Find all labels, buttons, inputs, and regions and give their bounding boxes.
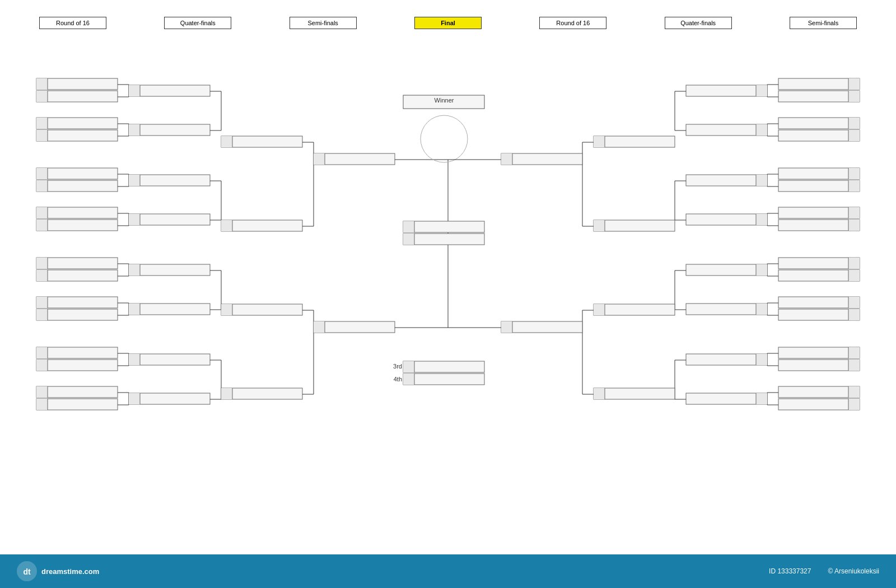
svg-rect-267 [594,388,605,399]
svg-rect-36 [36,347,118,358]
svg-rect-82 [129,214,140,225]
svg-rect-13 [36,168,48,179]
svg-rect-22 [36,220,48,231]
svg-rect-16 [36,180,48,192]
svg-rect-109 [221,136,232,147]
svg-rect-43 [36,386,48,398]
svg-rect-129 [314,321,395,333]
svg-rect-279 [501,321,512,333]
svg-rect-76 [129,124,140,136]
footer: dt dreamstime.com ID 133337327 © Arseniu… [0,554,896,588]
svg-rect-176 [778,270,860,281]
svg-rect-191 [778,386,860,398]
footer-id: ID 133337327 [769,567,811,575]
svg-rect-159 [848,130,860,141]
svg-rect-230 [686,214,767,225]
svg-rect-73 [129,85,140,96]
svg-rect-37 [36,347,48,358]
footer-author: © Arseniukoleksii [828,567,879,575]
svg-rect-12 [36,168,118,179]
svg-rect-78 [129,175,210,186]
svg-rect-117 [221,388,302,399]
svg-rect-34 [36,309,48,320]
svg-rect-136 [403,221,414,232]
svg-rect-182 [778,309,860,320]
svg-rect-180 [848,297,860,308]
svg-rect-161 [778,168,860,179]
bracket-svg: Winner 3rd 4th [0,0,896,554]
svg-rect-1 [36,78,48,90]
svg-rect-79 [129,175,140,186]
svg-rect-275 [501,153,582,165]
svg-rect-42 [36,386,118,398]
svg-rect-139 [403,234,414,245]
svg-rect-188 [778,360,860,371]
svg-rect-126 [314,153,395,165]
svg-rect-135 [403,221,484,232]
footer-info: ID 133337327 © Arseniukoleksii [769,567,879,575]
svg-rect-221 [686,85,767,96]
svg-rect-231 [756,214,767,225]
svg-rect-155 [778,118,860,129]
bracket-area: Round of 16 Quater-finals Semi-finals Fi… [0,0,896,554]
svg-rect-112 [221,220,232,231]
svg-rect-266 [594,388,675,399]
svg-rect-239 [686,354,767,365]
svg-text:4th: 4th [394,376,402,382]
svg-rect-9 [36,130,118,141]
svg-rect-192 [848,386,860,398]
svg-rect-236 [686,304,767,315]
svg-text:3rd: 3rd [393,363,402,370]
svg-rect-90 [129,354,210,365]
svg-rect-183 [848,309,860,320]
svg-rect-88 [129,304,140,315]
svg-rect-224 [686,124,767,136]
svg-rect-194 [778,399,860,410]
svg-rect-240 [756,354,767,365]
svg-text:dt: dt [23,567,31,576]
svg-rect-227 [686,175,767,186]
svg-rect-233 [686,264,767,276]
svg-rect-87 [129,304,210,315]
svg-rect-21 [36,220,118,231]
svg-rect-195 [848,399,860,410]
svg-rect-27 [36,270,118,281]
svg-rect-179 [778,297,860,308]
svg-rect-185 [778,347,860,358]
svg-rect-18 [36,207,118,218]
svg-rect-165 [848,180,860,192]
svg-rect-0 [36,78,118,90]
svg-rect-31 [36,297,48,308]
svg-rect-72 [129,85,210,96]
svg-rect-91 [129,354,140,365]
svg-text:Winner: Winner [435,97,454,104]
svg-rect-153 [848,91,860,102]
svg-rect-85 [129,264,140,276]
svg-rect-15 [36,180,118,192]
svg-point-142 [421,115,468,162]
svg-rect-170 [778,220,860,231]
svg-rect-10 [36,130,48,141]
svg-rect-25 [36,258,48,269]
svg-rect-237 [756,304,767,315]
svg-rect-242 [686,393,767,404]
svg-rect-263 [594,304,675,315]
svg-rect-225 [756,124,767,136]
svg-rect-234 [756,264,767,276]
svg-rect-46 [36,399,48,410]
svg-rect-33 [36,309,118,320]
svg-rect-6 [36,118,118,129]
svg-rect-186 [848,347,860,358]
svg-rect-115 [221,304,232,315]
svg-rect-222 [756,85,767,96]
svg-rect-156 [848,118,860,129]
svg-rect-7 [36,118,48,129]
svg-rect-143 [403,361,484,372]
svg-rect-81 [129,214,210,225]
svg-rect-171 [848,220,860,231]
svg-rect-149 [778,78,860,90]
svg-rect-260 [594,220,675,231]
svg-rect-162 [848,168,860,179]
svg-rect-150 [848,78,860,90]
svg-rect-167 [778,207,860,218]
